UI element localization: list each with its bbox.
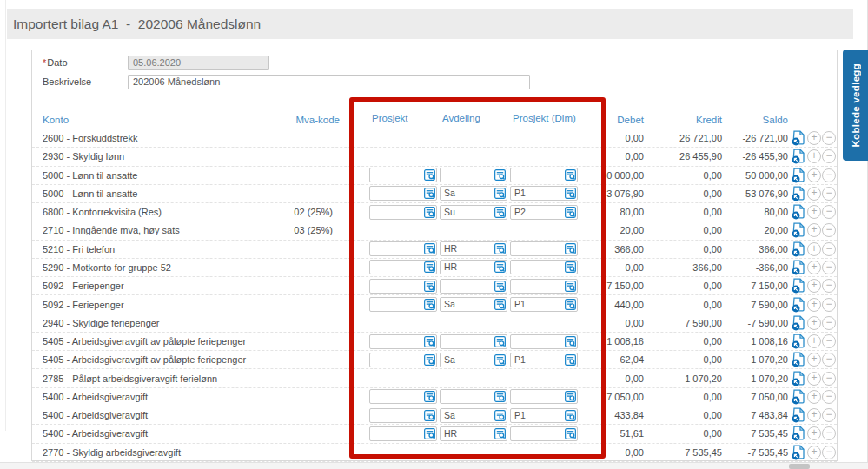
- lookup-icon[interactable]: [494, 410, 506, 421]
- prosjekt-input[interactable]: [369, 426, 437, 441]
- remove-row-button[interactable]: −: [822, 334, 836, 348]
- remove-row-button[interactable]: −: [822, 149, 836, 163]
- open-document-icon[interactable]: [791, 352, 806, 367]
- avdeling-input[interactable]: Sa: [440, 186, 507, 201]
- avdeling-input[interactable]: [440, 334, 507, 349]
- open-document-icon[interactable]: [791, 389, 806, 405]
- open-document-icon[interactable]: [791, 445, 806, 460]
- open-document-icon[interactable]: [791, 130, 806, 146]
- horizontal-scrollbar-thumb[interactable]: [789, 464, 810, 469]
- open-document-icon[interactable]: [791, 222, 806, 238]
- remove-row-button[interactable]: −: [822, 408, 836, 422]
- open-document-icon[interactable]: [791, 371, 806, 386]
- lookup-icon[interactable]: [494, 354, 506, 366]
- remove-row-button[interactable]: −: [822, 131, 836, 145]
- remove-row-button[interactable]: −: [822, 187, 836, 201]
- lookup-icon[interactable]: [424, 281, 435, 292]
- open-document-icon[interactable]: [791, 149, 806, 164]
- lookup-icon[interactable]: [565, 391, 576, 402]
- lookup-icon[interactable]: [424, 354, 435, 366]
- add-row-button[interactable]: +: [807, 223, 821, 237]
- remove-row-button[interactable]: −: [822, 390, 836, 404]
- lookup-icon[interactable]: [494, 336, 506, 347]
- prosjekt-dim-input[interactable]: [510, 389, 578, 404]
- lookup-icon[interactable]: [424, 299, 435, 310]
- prosjekt-dim-input[interactable]: [510, 334, 578, 349]
- add-row-button[interactable]: +: [807, 353, 821, 367]
- open-document-icon[interactable]: [791, 168, 806, 183]
- remove-row-button[interactable]: −: [822, 205, 836, 219]
- open-document-icon[interactable]: [791, 204, 806, 220]
- lookup-icon[interactable]: [565, 243, 576, 254]
- lookup-icon[interactable]: [494, 281, 506, 292]
- add-row-button[interactable]: +: [807, 149, 821, 163]
- prosjekt-input[interactable]: [369, 334, 437, 349]
- add-row-button[interactable]: +: [807, 279, 821, 293]
- lookup-icon[interactable]: [565, 207, 576, 218]
- add-row-button[interactable]: +: [807, 334, 821, 348]
- prosjekt-dim-input[interactable]: [510, 426, 578, 441]
- add-row-button[interactable]: +: [807, 242, 821, 256]
- prosjekt-input[interactable]: [369, 389, 437, 404]
- open-document-icon[interactable]: [791, 186, 806, 201]
- open-document-icon[interactable]: [791, 315, 806, 331]
- lookup-icon[interactable]: [565, 354, 576, 366]
- remove-row-button[interactable]: −: [822, 372, 836, 386]
- open-document-icon[interactable]: [791, 334, 806, 349]
- lookup-icon[interactable]: [494, 299, 506, 310]
- lookup-icon[interactable]: [494, 188, 506, 199]
- open-document-icon[interactable]: [791, 297, 806, 313]
- lookup-icon[interactable]: [565, 410, 576, 421]
- lookup-icon[interactable]: [494, 428, 506, 439]
- prosjekt-input[interactable]: [369, 297, 437, 312]
- add-row-button[interactable]: +: [807, 446, 821, 459]
- koblede-vedlegg-tab[interactable]: Koblede vedlegg: [843, 50, 868, 161]
- remove-row-button[interactable]: −: [822, 298, 836, 312]
- remove-row-button[interactable]: −: [822, 279, 836, 293]
- add-row-button[interactable]: +: [807, 187, 821, 201]
- add-row-button[interactable]: +: [807, 261, 821, 274]
- lookup-icon[interactable]: [494, 169, 506, 181]
- lookup-icon[interactable]: [424, 188, 435, 199]
- avdeling-input[interactable]: Sa: [440, 408, 507, 423]
- avdeling-input[interactable]: [440, 168, 507, 182]
- avdeling-input[interactable]: [440, 279, 507, 294]
- prosjekt-input[interactable]: [369, 353, 437, 367]
- add-row-button[interactable]: +: [807, 205, 821, 219]
- lookup-icon[interactable]: [565, 188, 576, 199]
- lookup-icon[interactable]: [494, 243, 506, 254]
- prosjekt-input[interactable]: [369, 168, 437, 182]
- lookup-icon[interactable]: [565, 169, 576, 181]
- prosjekt-input[interactable]: [369, 260, 437, 274]
- remove-row-button[interactable]: −: [822, 426, 836, 440]
- lookup-icon[interactable]: [494, 261, 506, 273]
- prosjekt-dim-input[interactable]: [510, 168, 578, 182]
- add-row-button[interactable]: +: [807, 426, 821, 440]
- add-row-button[interactable]: +: [807, 298, 821, 312]
- lookup-icon[interactable]: [424, 428, 435, 439]
- lookup-icon[interactable]: [494, 207, 506, 218]
- prosjekt-input[interactable]: [369, 205, 437, 220]
- avdeling-input[interactable]: Sa: [440, 353, 507, 367]
- prosjekt-dim-input[interactable]: P1: [510, 408, 578, 423]
- prosjekt-dim-input[interactable]: P1: [510, 186, 578, 201]
- avdeling-input[interactable]: Su: [440, 205, 507, 220]
- remove-row-button[interactable]: −: [822, 242, 836, 256]
- lookup-icon[interactable]: [424, 336, 435, 347]
- lookup-icon[interactable]: [565, 299, 576, 310]
- open-document-icon[interactable]: [791, 407, 806, 423]
- lookup-icon[interactable]: [424, 261, 435, 273]
- remove-row-button[interactable]: −: [822, 261, 836, 274]
- remove-row-button[interactable]: −: [822, 446, 836, 459]
- beskrivelse-input[interactable]: [128, 75, 530, 89]
- prosjekt-input[interactable]: [369, 279, 437, 294]
- lookup-icon[interactable]: [424, 391, 435, 402]
- prosjekt-input[interactable]: [369, 408, 437, 423]
- prosjekt-dim-input[interactable]: P1: [510, 353, 578, 367]
- remove-row-button[interactable]: −: [822, 223, 836, 237]
- open-document-icon[interactable]: [791, 260, 806, 275]
- remove-row-button[interactable]: −: [822, 316, 836, 330]
- add-row-button[interactable]: +: [807, 390, 821, 404]
- open-document-icon[interactable]: [791, 426, 806, 441]
- lookup-icon[interactable]: [424, 410, 435, 421]
